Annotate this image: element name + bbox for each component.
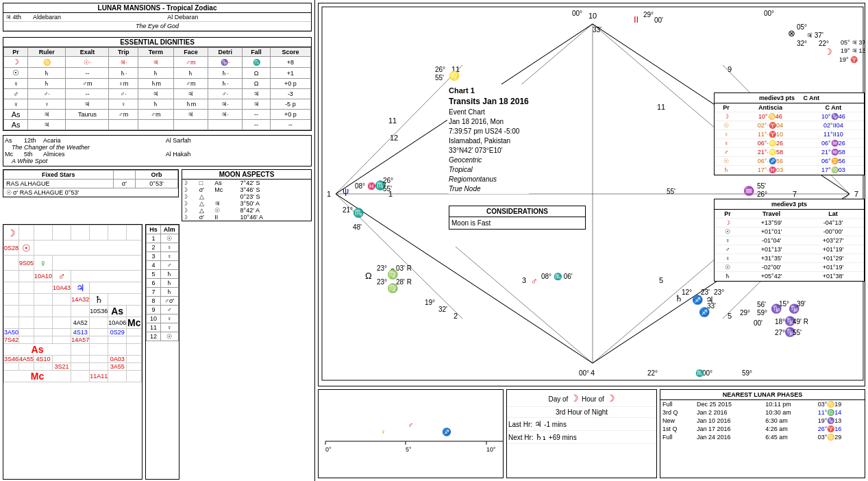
table-row: RAS ALHAGUE σ' 0°53' bbox=[4, 180, 178, 188]
taurus-deg: 05° bbox=[797, 23, 807, 31]
table-row: 4A52 10A06 Mc bbox=[4, 317, 142, 329]
table-row: As♃Taurus♂m♂m♃♃·--+0 p bbox=[4, 110, 311, 120]
h5-deg: 29° bbox=[740, 309, 750, 317]
considerations-title: CONSIDERATIONS bbox=[449, 206, 585, 217]
moon-pos2: 19° ♃ 13' bbox=[841, 47, 865, 54]
next-hr-value: +69 mins bbox=[549, 434, 577, 441]
last-hr-label: Last Hr: bbox=[508, 421, 532, 428]
phase-sign-3: 19°♑13 bbox=[816, 417, 865, 425]
house-3-num: 3 bbox=[522, 276, 526, 284]
phase-new: New bbox=[660, 417, 695, 425]
phase-date-2: Jan 2 2016 bbox=[695, 408, 763, 417]
house-12-label: 12 bbox=[390, 134, 398, 142]
table-row: ☽+13°59'-04°13' bbox=[715, 219, 864, 227]
table-row: ♂♂·--♂·♃♃♂·♃-3 bbox=[4, 89, 311, 99]
taurus-sym: ⊗ bbox=[788, 28, 795, 38]
table-row: A White Spot bbox=[5, 158, 310, 164]
top-right-deg: 00° bbox=[764, 10, 774, 17]
aspect-almuten-row: ☽ 0S28 ☉ bbox=[3, 224, 312, 480]
table-row: 9♂ bbox=[147, 306, 179, 314]
mc-deg: 00° bbox=[572, 10, 582, 17]
timeline-planet1: ♀ bbox=[380, 428, 386, 436]
table-row: ☽△☉8°42' A bbox=[182, 207, 311, 214]
house-4-label: 4 bbox=[591, 369, 595, 377]
phase-full-2: Full bbox=[660, 433, 695, 441]
table-row: 10♀ bbox=[147, 314, 179, 323]
jup-deg2: 33' bbox=[707, 302, 716, 310]
table-row: 4♂ bbox=[147, 261, 179, 270]
moon-aspects-box: MOON ASPECTS ☽□As7°42' S ☽σ'Mc3°46' S ☽△… bbox=[182, 169, 312, 221]
table-row: ☽σ'II10°46' A bbox=[182, 214, 311, 221]
fixed-stars-section: Fixed Stars Orb RAS ALHAGUE σ' 0°53' ☉ σ… bbox=[3, 169, 179, 221]
table-row: ♂21°·♌5821°♒58 bbox=[715, 148, 864, 157]
table-row: Mc5thAlmicesAl Hakah bbox=[5, 151, 310, 158]
house-9-label: 9 bbox=[728, 65, 732, 73]
tick-10: 10° bbox=[486, 446, 496, 453]
left-panel: LUNAR MANSIONS - Tropical Zodiac ♃ 4th A… bbox=[0, 0, 315, 481]
chart-info-box: Chart 1 Transits Jan 18 2016 Event Chart… bbox=[449, 86, 529, 194]
table-row: 10S36 As bbox=[4, 306, 142, 317]
phase-date-5: Jan 24 2016 bbox=[695, 433, 763, 441]
col-detri: Detri bbox=[208, 48, 243, 57]
table-row: Last Hr: ♃ -1 mins bbox=[507, 418, 656, 431]
phase-time-2: 10:30 am bbox=[763, 408, 815, 417]
moon-pos1: 05° ♃ 37' bbox=[841, 39, 865, 46]
chart-date: Jan 18 2016, Mon bbox=[449, 117, 529, 127]
aqu-min: 26° bbox=[757, 190, 767, 198]
taurus-deg2: 32° bbox=[797, 40, 807, 47]
chart-title: Chart 1 bbox=[449, 86, 529, 96]
table-row: ☉♄--♄·♄♄♄·Ω+1 bbox=[4, 68, 311, 79]
col-aspect bbox=[113, 171, 135, 180]
hour-label: Hour of bbox=[582, 395, 604, 403]
table-row: ☽♋☉·♃·♃♂m♑·♏+8 bbox=[4, 57, 311, 68]
chart-time: 7:39:57 pm US24 -5:00 bbox=[449, 127, 529, 136]
sun-right: 27° bbox=[775, 329, 785, 336]
col-cant: C Ant bbox=[803, 103, 864, 112]
virgo-min1: 03' R bbox=[396, 264, 412, 272]
table-row: ☉+01°01'-00°00' bbox=[715, 227, 864, 236]
col-fall: Fall bbox=[243, 48, 270, 57]
ic-deg: 00° bbox=[579, 369, 589, 377]
bottom-59: 59° bbox=[742, 369, 752, 377]
table-row: As♃---- bbox=[4, 120, 311, 130]
sc-deg: 26° bbox=[383, 177, 393, 184]
svg-line-12 bbox=[593, 24, 730, 140]
table-row: 10A10 ♂ bbox=[4, 271, 142, 282]
table-row: ☉02°·♈0402°II04 bbox=[715, 121, 864, 130]
table-row: 7S42 14A57 bbox=[4, 336, 142, 344]
col-trip: Trip bbox=[109, 48, 138, 57]
table-row: 1st Q Jan 17 2016 4:26 am 26°♈16 bbox=[660, 425, 865, 433]
table-row: Mc 11A11 bbox=[4, 371, 142, 382]
svg-line-8 bbox=[336, 65, 462, 194]
phase-3q: 3rd Q bbox=[660, 408, 695, 417]
table-row: New Jan 10 2016 6:30 am 19°♑13 bbox=[660, 417, 865, 425]
table-row: 3A50 4S13 0S29 bbox=[4, 329, 142, 336]
table-row: ☽σ'Mc3°46' S bbox=[182, 186, 311, 193]
travel-title: mediev3 pts bbox=[715, 199, 864, 210]
chart-area: 10 1 7 4 11 12 9 8 2 5 6 1 12 11 7 5 3 8… bbox=[318, 3, 865, 386]
fixed-stars-box: Fixed Stars Orb RAS ALHAGUE σ' 0°53' ☉ σ… bbox=[3, 169, 179, 197]
leo-min: 55' bbox=[435, 74, 444, 82]
table-row: 3♀ bbox=[147, 252, 179, 261]
table-row: ♀♀♃♀♄♄m♃·♃-5 p bbox=[4, 99, 311, 110]
col-term: Term bbox=[138, 48, 173, 57]
phase-time-5: 6:45 am bbox=[763, 433, 815, 441]
table-row: 8♂σ' bbox=[147, 297, 179, 306]
phase-date-1: Dec 25 2015 bbox=[695, 400, 763, 408]
h2-area-deg: 19° bbox=[425, 299, 435, 306]
antiscia-box: mediev3 pts C Ant Pr Antiscia C Ant ☽10°… bbox=[714, 92, 865, 175]
day-label: Day of bbox=[548, 395, 568, 403]
svg-line-14 bbox=[456, 247, 593, 363]
lunar-mansions-box: LUNAR MANSIONS - Tropical Zodiac ♃ 4th A… bbox=[3, 3, 312, 32]
north-node-sym: Ω bbox=[365, 271, 372, 281]
table-row: 5♄ bbox=[147, 270, 179, 279]
aquarius-sym: ♒ bbox=[743, 185, 755, 197]
aspect-grid-box: ☽ 0S28 ☉ bbox=[3, 224, 142, 480]
bottom-scorpio: ♏ bbox=[695, 369, 704, 378]
table-row: ♀06°·♌2606°♒26 bbox=[715, 139, 864, 148]
as-mc-mansions: As12thAcariaAl Sarfah The Changer of the… bbox=[3, 135, 312, 166]
col-hs: Hs bbox=[147, 225, 161, 234]
virgo-deg1: 23° bbox=[377, 264, 387, 272]
top-deg2: 33' bbox=[593, 26, 602, 34]
lunar-mansion-star2: Al Debaran bbox=[165, 13, 311, 22]
